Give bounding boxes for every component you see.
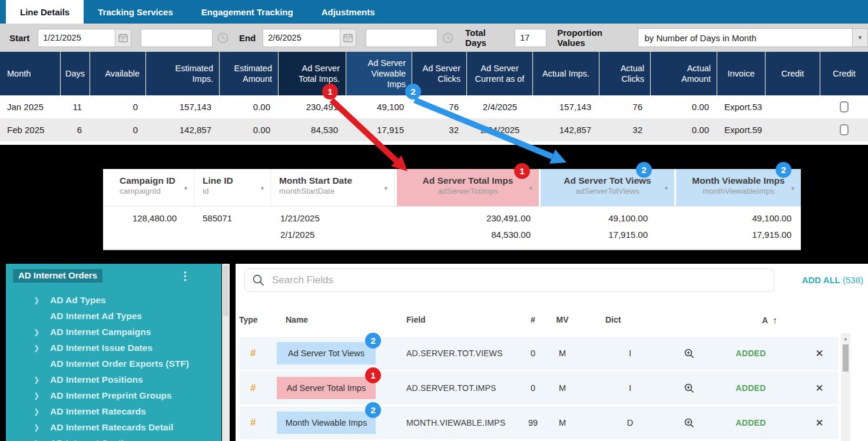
column-header-added[interactable]: A↑ — [701, 315, 801, 325]
field-name-chip[interactable]: Month Viewable Imps — [277, 412, 376, 434]
credit-checkbox[interactable] — [840, 124, 849, 135]
zoom-in-icon[interactable] — [677, 417, 701, 429]
sidebar-item-ad-internet-campaigns[interactable]: ❯ AD Internet Campaigns — [6, 324, 221, 340]
cell-ad-server-tot-views: 49,100.00 — [539, 210, 674, 226]
scrollbar-thumb[interactable] — [843, 344, 849, 372]
column-header-name[interactable]: Name — [277, 315, 406, 324]
zoom-in-icon[interactable] — [677, 383, 701, 394]
calendar-icon — [343, 33, 353, 42]
sidebar-item-ad-internet-issue-dates[interactable]: ❯ AD Internet Issue Dates — [6, 340, 221, 356]
sidebar-item-ad-internet-ad-types[interactable]: AD Internet Ad Types — [6, 308, 221, 324]
column-header-month[interactable]: Month — [0, 52, 61, 95]
fields-rows: # Ad Server Tot Views AD.SERVER.TOT.VIEW… — [239, 337, 838, 441]
column-header-available[interactable]: Available — [90, 52, 146, 95]
sidebar-item-ad-internet-order-exports[interactable]: AD Internet Order Exports (STF) — [6, 356, 221, 372]
column-header-credit-2[interactable]: Credit — [820, 52, 868, 95]
column-header-actual-imps[interactable]: Actual Imps. — [533, 52, 599, 95]
search-input[interactable] — [271, 274, 767, 287]
column-header-days[interactable]: Days — [61, 52, 90, 95]
chevron-down-icon[interactable]: ▼ — [183, 185, 188, 191]
column-header-mv[interactable]: MV — [542, 315, 583, 324]
proportion-values-dropdown[interactable]: by Number of Days in Month ▼ — [638, 28, 868, 47]
sidebar-title[interactable]: AD Internet Orders — [13, 269, 102, 283]
total-days-label: Total Days — [465, 28, 509, 48]
clock-icon — [217, 32, 228, 44]
mapping-column-ad-server-tot-views[interactable]: Ad Server Tot Views adServerTotViews ▼ — [539, 169, 674, 206]
sidebar-scrollbar[interactable] — [222, 264, 230, 441]
column-header-actual-clicks[interactable]: Actual Clicks — [599, 52, 651, 95]
column-header-ad-server-current-as-of[interactable]: Ad Server Current as of — [467, 52, 533, 95]
field-mv: M — [542, 383, 583, 393]
cell-available: 0 — [90, 118, 146, 141]
credit-checkbox[interactable] — [840, 101, 849, 112]
field-row-month-viewable-imps: # Month Viewable Imps MONTH.VIEWABLE.IMP… — [239, 406, 838, 439]
mapping-column-month-start-date[interactable]: Month Start Date monthStartDate ▼ — [271, 169, 395, 206]
chevron-down-icon[interactable]: ▼ — [790, 185, 796, 191]
close-icon[interactable]: ✕ — [801, 382, 838, 394]
chevron-down-icon[interactable]: ▼ — [528, 185, 534, 191]
tab-adjustments[interactable]: Adjustments — [307, 0, 389, 24]
total-days-input[interactable] — [515, 29, 546, 47]
column-header-type[interactable]: Type — [239, 315, 277, 324]
close-icon[interactable]: ✕ — [801, 417, 838, 429]
cell-invoice: Export.59 — [717, 118, 766, 141]
sort-up-icon[interactable]: ↑ — [773, 315, 777, 325]
file-tree-sidebar: AD Internet Orders ⋮ ❯ AD Ad Types AD In… — [6, 264, 221, 441]
column-header-dict[interactable]: Dict — [583, 315, 677, 324]
sidebar-header: AD Internet Orders ⋮ — [6, 264, 221, 283]
cell-estimated-imps: 157,143 — [146, 95, 220, 118]
sidebar-item-ad-internet-ratecards[interactable]: ❯ AD Internet Ratecards — [6, 403, 221, 419]
sidebar-item-ad-internet-sections[interactable]: ❯ AD Internet Sections — [6, 435, 221, 441]
search-box[interactable] — [244, 268, 774, 292]
close-icon[interactable]: ✕ — [801, 347, 838, 360]
start-time-input[interactable] — [141, 29, 213, 47]
cell-ad-server-total-imps: 84,530 — [279, 118, 346, 141]
start-calendar-button[interactable] — [115, 29, 131, 47]
sidebar-item-ad-internet-preprint-groups[interactable]: ❯ AD Internet Preprint Groups — [6, 387, 221, 403]
mapping-column-line-id[interactable]: Line ID id ▼ — [194, 169, 271, 206]
column-header-number[interactable]: # — [524, 315, 542, 324]
sidebar-item-ad-ad-types[interactable]: ❯ AD Ad Types — [6, 292, 221, 308]
column-header-estimated-amount[interactable]: Estimated Amount — [220, 52, 279, 95]
scroll-up-icon[interactable]: ▲ — [841, 333, 850, 341]
field-dictionary-name: AD.SERVER.TOT.VIEWS — [406, 349, 524, 358]
tab-line-details[interactable]: Line Details — [6, 0, 84, 24]
field-name-chip[interactable]: Ad Server Total Imps — [277, 377, 376, 399]
column-header-ad-server-viewable-imps[interactable]: Ad Server Viewable Imps — [346, 52, 412, 95]
start-date-input[interactable] — [38, 29, 115, 47]
end-calendar-button[interactable] — [340, 29, 356, 47]
fields-scrollbar[interactable]: ▲ — [841, 333, 850, 441]
chevron-right-icon: ❯ — [34, 423, 50, 432]
scrollbar-thumb[interactable] — [223, 266, 228, 316]
mapping-row-2: 2/1/2025 84,530.00 17,915.00 17,915.00 — [103, 226, 801, 243]
chevron-down-icon[interactable]: ▼ — [664, 185, 669, 191]
tab-engagement-tracking[interactable]: Engagement Tracking — [187, 0, 307, 24]
search-icon — [252, 274, 265, 287]
table-bottom-strip — [0, 141, 868, 145]
add-all-button[interactable]: ADD ALL(538) — [802, 275, 863, 285]
column-header-field[interactable]: Field — [406, 315, 524, 324]
line-details-table: Month Days Available Estimated Imps. Est… — [0, 52, 868, 145]
start-clock-button[interactable] — [217, 32, 228, 44]
end-clock-button[interactable] — [442, 32, 453, 44]
sidebar-item-ad-internet-positions[interactable]: ❯ AD Internet Positions — [6, 372, 221, 387]
chevron-down-icon[interactable]: ▼ — [852, 29, 867, 47]
zoom-in-icon[interactable] — [677, 348, 701, 359]
sidebar-item-ad-internet-ratecards-detail[interactable]: ❯ AD Internet Ratecards Detail — [6, 419, 221, 435]
chevron-down-icon[interactable]: ▼ — [383, 185, 389, 191]
mapping-column-campaign-id[interactable]: Campaign ID campaignId ▼ — [103, 169, 194, 206]
end-time-input[interactable] — [366, 29, 438, 47]
menu-dots-icon[interactable]: ⋮ — [180, 269, 214, 283]
column-header-credit[interactable]: Credit — [766, 52, 820, 95]
end-date-input[interactable] — [263, 29, 340, 47]
marker-badge-blue: 2 — [365, 402, 381, 418]
field-name-chip[interactable]: Ad Server Tot Views — [277, 342, 376, 364]
column-header-invoice[interactable]: Invoice — [717, 52, 766, 95]
cell-credit-checkbox — [820, 118, 868, 141]
marker-badge-red: 1 — [322, 84, 338, 100]
column-header-actual-amount[interactable]: Actual Amount — [651, 52, 717, 95]
column-header-estimated-imps[interactable]: Estimated Imps. — [146, 52, 220, 95]
date-toolbar: Start End Total Days Proportion Values b… — [0, 24, 868, 52]
chevron-down-icon[interactable]: ▼ — [260, 185, 265, 191]
tab-tracking-services[interactable]: Tracking Services — [84, 0, 187, 24]
